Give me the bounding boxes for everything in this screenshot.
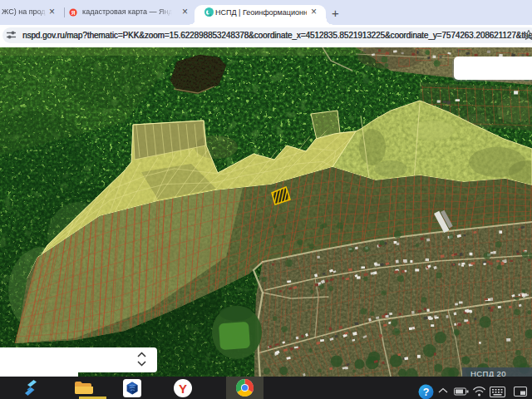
svg-text:Y: Y (179, 382, 187, 396)
svg-text:Я: Я (71, 10, 76, 16)
svg-text:?: ? (423, 387, 430, 398)
